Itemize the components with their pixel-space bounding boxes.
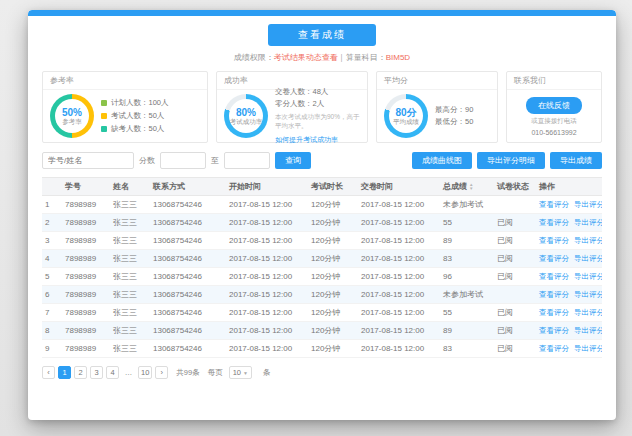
exam-duration: 120分钟 [308,304,358,322]
per-page-select[interactable]: 10▼ [229,366,252,379]
page-button[interactable]: 10 [138,366,152,379]
score-max-input[interactable] [224,152,270,169]
improve-success-link[interactable]: 如何提升考试成功率 [275,135,360,145]
export-scores-button[interactable]: 导出成绩 [550,152,602,169]
view-score-link[interactable]: 查看评分 [539,236,569,245]
export-score-link[interactable]: 导出评分 [574,290,602,299]
legend-color-swatch [101,113,107,119]
col-header [42,178,62,196]
score-filter-label: 分数 [139,155,155,166]
score-min-input[interactable] [160,152,206,169]
total-score: 83 [440,250,494,268]
total-score: 89 [440,322,494,340]
next-page-button[interactable]: › [155,366,168,379]
row-actions: 查看评分导出评分 [536,250,602,268]
export-score-link[interactable]: 导出评分 [574,218,602,227]
start-time: 2017-08-15 12:00 [226,286,308,304]
col-header: 开始时间 [226,178,308,196]
page-title: 查看成绩 [268,24,376,46]
contact-panel: 联系我们 在线反馈 或直接拨打电话 010-56613992 [506,71,602,143]
prev-page-button[interactable]: ‹ [42,366,55,379]
export-score-link[interactable]: 导出评分 [574,344,602,353]
page-button[interactable]: 4 [106,366,119,379]
export-score-link[interactable]: 导出评分 [574,272,602,281]
phone-number: 13068754246 [150,322,226,340]
paper-status: 已阅 [494,232,536,250]
page-button[interactable]: 2 [74,366,87,379]
table-row: 97898989张三三130687542462017-08-15 12:0012… [42,340,602,358]
keyword-input[interactable] [42,152,134,169]
view-score-link[interactable]: 查看评分 [539,200,569,209]
total-score: 55 [440,214,494,232]
submit-time: 2017-08-15 12:00 [358,268,440,286]
row-index: 3 [42,232,62,250]
success-value: 80% [230,107,263,119]
student-id: 7898989 [62,196,110,214]
zero-score-count: 零分人数：2人 [275,99,360,109]
page-button[interactable]: 3 [90,366,103,379]
view-score-link[interactable]: 查看评分 [539,218,569,227]
student-name: 张三三 [110,214,150,232]
view-score-link[interactable]: 查看评分 [539,272,569,281]
highest-score: 最高分：90 [435,105,473,115]
row-actions: 查看评分导出评分 [536,322,602,340]
paper-status: 已阅 [494,214,536,232]
paper-status [494,286,536,304]
export-score-link[interactable]: 导出评分 [574,236,602,245]
export-score-link[interactable]: 导出评分 [574,308,602,317]
window-content: 查看成绩 成绩权限：考试结果动态查看｜算量科目：BIM5D 参考率 50% 参考… [28,16,616,389]
attendance-label: 参考率 [62,118,82,125]
contact-phone: 010-56613992 [531,129,576,136]
page-button[interactable]: 1 [58,366,71,379]
paper-status: 已阅 [494,340,536,358]
col-header: 试卷状态 [494,178,536,196]
col-header: 交卷时间 [358,178,440,196]
row-index: 9 [42,340,62,358]
row-index: 8 [42,322,62,340]
export-score-detail-button[interactable]: 导出评分明细 [477,152,545,169]
average-panel: 平均分 80分 平均成绩 最高分：90 最低分：50 [376,71,498,143]
legend-item: 缺考人数：50人 [101,124,169,134]
submit-time: 2017-08-15 12:00 [358,322,440,340]
exam-duration: 120分钟 [308,322,358,340]
attendance-panel: 参考率 50% 参考率 计划人数：100人考试人数：50人缺考人数：50人 [42,71,208,143]
phone-number: 13068754246 [150,214,226,232]
table-row: 17898989张三三130687542462017-08-15 12:0012… [42,196,602,214]
view-score-link[interactable]: 查看评分 [539,254,569,263]
table-row: 87898989张三三130687542462017-08-15 12:0012… [42,322,602,340]
table-row: 37898989张三三130687542462017-08-15 12:0012… [42,232,602,250]
view-score-link[interactable]: 查看评分 [539,326,569,335]
exam-duration: 120分钟 [308,196,358,214]
exam-duration: 120分钟 [308,214,358,232]
success-donut-chart: 80% 考试成功率 [224,94,268,138]
pagination-ellipsis: … [122,366,135,379]
col-header: 操作 [536,178,602,196]
total-score: 未参加考试 [440,196,494,214]
col-header: 姓名 [110,178,150,196]
student-name: 张三三 [110,322,150,340]
start-time: 2017-08-15 12:00 [226,304,308,322]
submit-time: 2017-08-15 12:00 [358,196,440,214]
permission-meta: 成绩权限：考试结果动态查看｜算量科目：BIM5D [42,52,602,63]
row-actions: 查看评分导出评分 [536,232,602,250]
exam-duration: 120分钟 [308,340,358,358]
exam-duration: 120分钟 [308,232,358,250]
export-score-link[interactable]: 导出评分 [574,200,602,209]
score-curve-button[interactable]: 成绩曲线图 [412,152,472,169]
success-note: 本次考试成功率为90%，高于平均水平。 [275,113,360,131]
start-time: 2017-08-15 12:00 [226,268,308,286]
view-score-link[interactable]: 查看评分 [539,290,569,299]
submit-time: 2017-08-15 12:00 [358,304,440,322]
view-score-link[interactable]: 查看评分 [539,308,569,317]
col-header: 学号 [62,178,110,196]
export-score-link[interactable]: 导出评分 [574,326,602,335]
student-name: 张三三 [110,250,150,268]
sort-icon[interactable]: ▲▼ [469,183,473,192]
table-row: 27898989张三三130687542462017-08-15 12:0012… [42,214,602,232]
search-button[interactable]: 查询 [275,152,311,169]
per-page-label: 每页 [208,368,223,378]
online-feedback-button[interactable]: 在线反馈 [526,97,582,114]
export-score-link[interactable]: 导出评分 [574,254,602,263]
results-window: 查看成绩 成绩权限：考试结果动态查看｜算量科目：BIM5D 参考率 50% 参考… [28,10,616,420]
view-score-link[interactable]: 查看评分 [539,344,569,353]
